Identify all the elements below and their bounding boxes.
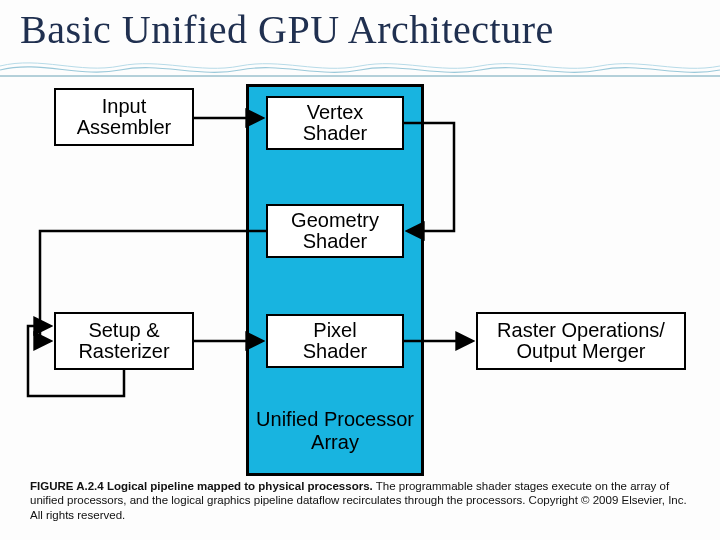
caption-bold: FIGURE A.2.4 Logical pipeline mapped to … [30,480,373,492]
title-underline-wave-icon [0,56,720,78]
figure-caption: FIGURE A.2.4 Logical pipeline mapped to … [30,479,690,522]
slide: Basic Unified GPU Architecture InputAsse… [0,0,720,540]
diagram-area: InputAssembler Setup &Rasterizer VertexS… [0,78,720,478]
arrows-layer-icon [0,78,720,478]
slide-title: Basic Unified GPU Architecture [20,6,554,53]
